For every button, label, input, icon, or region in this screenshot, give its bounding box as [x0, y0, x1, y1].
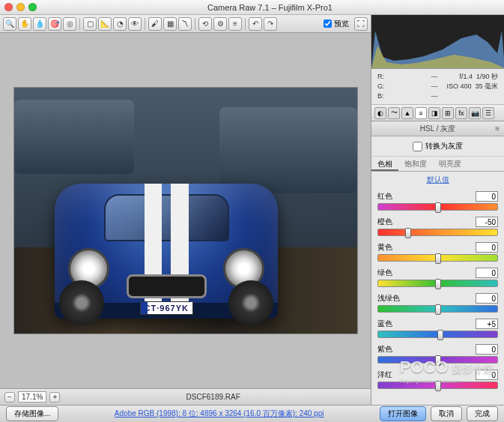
- slider-track[interactable]: [377, 229, 498, 236]
- sliders-container: 红色橙色黄色绿色浅绿色蓝色紫色洋红: [371, 188, 504, 398]
- tab-fx-icon[interactable]: fx: [455, 107, 467, 119]
- redeye-tool-icon[interactable]: 👁: [128, 17, 142, 31]
- adjust-tabs: ◐ 〜 ▲ ≡ ◨ ⊞ fx 📷 ☰: [371, 105, 504, 121]
- slider-thumb[interactable]: [435, 355, 441, 366]
- slider-value-input[interactable]: [476, 191, 498, 202]
- grayscale-row[interactable]: 转换为灰度: [371, 136, 504, 157]
- slider-label: 黄色: [377, 242, 392, 253]
- preferences-tool-icon[interactable]: ⚙: [213, 17, 227, 31]
- metadata-box: R:--- G:--- B:--- f/1.4 1/90 秒 ISO 400 3…: [371, 69, 504, 105]
- slider-label: 绿色: [377, 268, 392, 278]
- graduated-filter-tool-icon[interactable]: ▦: [163, 17, 177, 31]
- straighten-tool-icon[interactable]: 📐: [98, 17, 112, 31]
- slider-value-input[interactable]: [476, 319, 498, 329]
- rotate-cw-icon[interactable]: ↷: [264, 17, 277, 31]
- adjustment-brush-tool-icon[interactable]: 🖌: [148, 17, 162, 31]
- slider-label: 紫色: [377, 344, 392, 355]
- slider-value-input[interactable]: [476, 370, 498, 380]
- color-sampler-tool-icon[interactable]: 🎯: [48, 17, 61, 31]
- tab-split-icon[interactable]: ◨: [428, 107, 440, 119]
- window-title: Camera Raw 7.1 – Fujifilm X-Pro1: [40, 3, 500, 12]
- license-plate: CT·967YK: [145, 304, 189, 313]
- slider-track[interactable]: [377, 203, 498, 211]
- slider-row-1: 橙色: [377, 217, 498, 236]
- slider-value-input[interactable]: [476, 217, 498, 227]
- hand-tool-icon[interactable]: ✋: [18, 17, 31, 31]
- eyedropper-tool-icon[interactable]: 💧: [33, 17, 46, 31]
- rotate-ccw-icon[interactable]: ↶: [249, 17, 262, 31]
- slider-thumb[interactable]: [435, 279, 441, 289]
- status-bar: − 17.1% + DSCF6189.RAF: [0, 388, 371, 405]
- slider-label: 洋红: [377, 370, 392, 380]
- slider-label: 红色: [377, 191, 392, 202]
- slider-label: 橙色: [377, 217, 392, 227]
- save-image-button[interactable]: 存储图像...: [6, 406, 58, 421]
- slider-thumb[interactable]: [435, 304, 441, 315]
- slider-thumb[interactable]: [435, 202, 441, 213]
- subtab-luminance[interactable]: 明亮度: [433, 157, 467, 171]
- tab-hsl-icon[interactable]: ≡: [415, 107, 427, 119]
- spot-removal-tool-icon[interactable]: ◔: [113, 17, 127, 31]
- histogram[interactable]: [371, 15, 504, 69]
- slider-row-4: 浅绿色: [377, 293, 498, 313]
- slider-track[interactable]: [377, 382, 498, 389]
- tone-curve-tool-icon[interactable]: 〽: [178, 17, 192, 31]
- subtab-hue[interactable]: 色相: [371, 157, 398, 171]
- slider-value-input[interactable]: [476, 242, 498, 253]
- image-frame: CT·967YK: [13, 87, 358, 334]
- slider-thumb[interactable]: [405, 228, 411, 238]
- zoom-out-icon[interactable]: −: [4, 392, 15, 403]
- slider-track[interactable]: [377, 280, 498, 287]
- slider-row-0: 红色: [377, 191, 498, 211]
- zoom-level[interactable]: 17.1%: [18, 391, 46, 403]
- right-panel: R:--- G:--- B:--- f/1.4 1/90 秒 ISO 400 3…: [371, 15, 504, 405]
- zoom-in-icon[interactable]: +: [49, 392, 60, 403]
- slider-label: 浅绿色: [377, 293, 400, 304]
- image-preview-area[interactable]: CT·967YK: [0, 33, 371, 388]
- preview-checkbox[interactable]: [324, 19, 332, 28]
- default-link[interactable]: 默认值: [371, 172, 504, 188]
- slider-thumb[interactable]: [437, 330, 443, 340]
- tab-lens-icon[interactable]: ⊞: [442, 107, 454, 119]
- panel-title: HSL / 灰度: [371, 121, 504, 136]
- slider-value-input[interactable]: [476, 268, 498, 278]
- slider-track[interactable]: [377, 331, 498, 338]
- separator: [245, 18, 246, 30]
- tab-camera-icon[interactable]: 📷: [469, 107, 481, 119]
- toolbar: 🔍 ✋ 💧 🎯 ◎ ▢ 📐 ◔ 👁 🖌 ▦ 〽 ⟲ ⚙ ≡ ↶ ↷ 预览 ⛶: [0, 15, 371, 33]
- slider-value-input[interactable]: [476, 344, 498, 355]
- separator: [195, 18, 195, 30]
- slider-value-input[interactable]: [476, 293, 498, 304]
- done-button[interactable]: 完成: [467, 406, 498, 421]
- tab-curve-icon[interactable]: 〜: [388, 107, 400, 119]
- window-close-button[interactable]: [4, 3, 13, 11]
- slider-label: 蓝色: [377, 319, 392, 329]
- workflow-link[interactable]: Adobe RGB (1998); 8 位; 4896 x 3264 (16.0…: [58, 409, 380, 419]
- window-minimize-button[interactable]: [16, 3, 25, 11]
- tab-presets-icon[interactable]: ☰: [482, 107, 494, 119]
- filename: DSCF6189.RAF: [60, 393, 366, 401]
- slider-track[interactable]: [377, 305, 498, 313]
- slider-thumb[interactable]: [435, 381, 441, 391]
- slider-track[interactable]: [377, 254, 498, 262]
- preview-toggle[interactable]: 预览 ⛶: [324, 17, 368, 31]
- slider-track[interactable]: [377, 356, 498, 364]
- window-maximize-button[interactable]: [28, 3, 37, 11]
- crop-tool-icon[interactable]: ▢: [83, 17, 97, 31]
- subtab-saturation[interactable]: 饱和度: [398, 157, 433, 171]
- fullscreen-icon[interactable]: ⛶: [354, 17, 368, 31]
- open-image-button[interactable]: 打开图像: [380, 406, 426, 421]
- targeted-adjust-tool-icon[interactable]: ◎: [63, 17, 76, 31]
- slider-row-7: 洋红: [377, 370, 498, 389]
- slider-row-6: 紫色: [377, 344, 498, 364]
- zoom-tool-icon[interactable]: 🔍: [3, 17, 16, 31]
- hsl-subtabs: 色相 饱和度 明亮度: [371, 157, 504, 172]
- tab-basic-icon[interactable]: ◐: [374, 107, 386, 119]
- bottom-row: 存储图像... Adobe RGB (1998); 8 位; 4896 x 32…: [0, 405, 504, 422]
- rotate-tool-icon[interactable]: ⟲: [198, 17, 212, 31]
- tab-detail-icon[interactable]: ▲: [401, 107, 413, 119]
- cancel-button[interactable]: 取消: [431, 406, 462, 421]
- slider-thumb[interactable]: [435, 253, 441, 264]
- list-tool-icon[interactable]: ≡: [228, 17, 242, 31]
- grayscale-checkbox[interactable]: [413, 142, 422, 151]
